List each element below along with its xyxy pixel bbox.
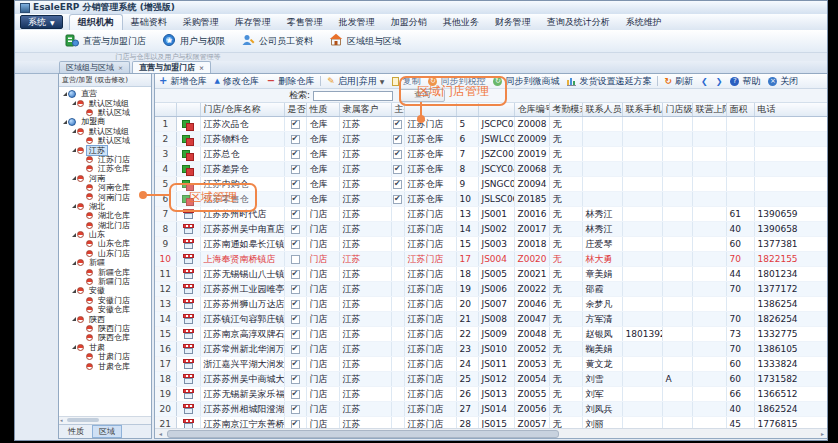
checkbox-checked[interactable] bbox=[393, 195, 402, 204]
column-header-性质[interactable]: 性质 bbox=[306, 103, 339, 117]
checkbox-checked[interactable] bbox=[291, 240, 300, 249]
toolbar-button-新增仓库[interactable]: +新增仓库 bbox=[155, 75, 210, 87]
doc-tab-直营与加盟门店[interactable]: 直营与加盟门店× bbox=[132, 61, 211, 73]
checkbox-checked[interactable] bbox=[393, 135, 402, 144]
tree-expand-icon[interactable] bbox=[70, 233, 77, 237]
column-header-电话[interactable]: 电话 bbox=[754, 103, 828, 117]
menu-tab-零售管理[interactable]: 零售管理 bbox=[279, 15, 331, 30]
system-menu-button[interactable]: 系统 ▼ bbox=[20, 15, 63, 29]
menu-tab-基础资料[interactable]: 基础资料 bbox=[123, 15, 175, 30]
tree-hscrollbar[interactable]: ◂ bbox=[59, 416, 151, 424]
toolbar-button-prev-icon[interactable]: ❮ bbox=[697, 75, 712, 87]
menu-tab-批发管理[interactable]: 批发管理 bbox=[331, 15, 383, 30]
column-header-仓库编号[interactable]: 仓库编号 bbox=[514, 103, 549, 117]
checkbox-unchecked[interactable] bbox=[291, 255, 300, 264]
toolbar-button-发货设置递延方案[interactable]: 发货设置递延方案 bbox=[563, 75, 655, 87]
menu-tab-财务管理[interactable]: 财务管理 bbox=[487, 15, 539, 30]
table-row[interactable]: 4江苏差异仓仓库江苏江苏仓库8JSCYC04Z0068无 bbox=[155, 162, 828, 177]
checkbox-checked[interactable] bbox=[291, 195, 300, 204]
table-row[interactable]: 16江苏常州新北华润万家店门店江苏江苏门店23JS010Z0052无鞠美娟701… bbox=[155, 342, 828, 357]
ribbon-button-用户与权限[interactable]: ★用户与权限 bbox=[162, 33, 225, 49]
toolbar-button-启用|弃用[interactable]: ✎启用|弃用▼ bbox=[323, 75, 388, 87]
tree-expand-icon[interactable] bbox=[70, 345, 77, 349]
checkbox-checked[interactable] bbox=[291, 180, 300, 189]
panel-tab-区域[interactable]: 区域 bbox=[92, 425, 122, 438]
checkbox-checked[interactable] bbox=[291, 120, 300, 129]
menu-tab-系统维护[interactable]: 系统维护 bbox=[618, 15, 670, 30]
tree-expand-icon[interactable] bbox=[70, 317, 77, 321]
checkbox-checked[interactable] bbox=[291, 165, 300, 174]
checkbox-checked[interactable] bbox=[393, 165, 402, 174]
close-icon[interactable]: × bbox=[118, 63, 123, 72]
checkbox-checked[interactable] bbox=[291, 270, 300, 279]
close-icon[interactable]: × bbox=[199, 63, 204, 72]
toolbar-button-帮助[interactable]: ?帮助 bbox=[726, 75, 764, 87]
scroll-right-icon[interactable]: ▸ bbox=[818, 429, 827, 437]
tree-expand-icon[interactable] bbox=[70, 176, 77, 180]
checkbox-checked[interactable] bbox=[291, 390, 300, 399]
tree-expand-icon[interactable] bbox=[70, 129, 77, 133]
scroll-left-icon[interactable]: ◂ bbox=[156, 429, 165, 437]
tree-expand-icon[interactable] bbox=[61, 120, 68, 124]
table-hscrollbar[interactable]: ◂ ▸ bbox=[155, 428, 828, 438]
toolbar-button-刷新[interactable]: ↻刷新 bbox=[660, 75, 697, 87]
checkbox-checked[interactable] bbox=[291, 300, 300, 309]
table-row[interactable]: 13江苏苏州狮山万达店门店江苏江苏门店20JS007Z0046无余梦凡13862… bbox=[155, 297, 828, 312]
tree-expand-icon[interactable] bbox=[70, 204, 77, 208]
toolbar-button-next-icon[interactable]: ❯ bbox=[712, 75, 727, 87]
column-header-col1[interactable] bbox=[176, 103, 200, 117]
table-row[interactable]: 21江苏南京江宁东善桥镇店门店江苏江苏门店28JS015Z0057无刘丽4517… bbox=[155, 417, 828, 429]
column-header-col0[interactable] bbox=[155, 103, 176, 117]
menu-tab-组织机构[interactable]: 组织机构 bbox=[69, 14, 123, 30]
menu-tab-加盟分销[interactable]: 加盟分销 bbox=[383, 15, 435, 30]
checkbox-checked[interactable] bbox=[291, 225, 300, 234]
doc-tab-区域组与区域[interactable]: 区域组与区域× bbox=[59, 61, 130, 73]
table-row[interactable]: 14江苏镇江句容郭庄镇店门店江苏江苏门店21JS008Z0047无方军清7018… bbox=[155, 312, 828, 327]
table-row[interactable]: 15江苏南京高淳双牌石店门店江苏江苏门店22JS009Z0048无赵银凤1801… bbox=[155, 327, 828, 342]
checkbox-checked[interactable] bbox=[291, 285, 300, 294]
column-header-隶属客户[interactable]: 隶属客户 bbox=[339, 103, 391, 117]
checkbox-checked[interactable] bbox=[291, 210, 300, 219]
table-row[interactable]: 2江苏物料仓仓库江苏江苏仓库6JSWLC03Z0009无 bbox=[155, 132, 828, 147]
checkbox-checked[interactable] bbox=[291, 360, 300, 369]
ribbon-button-公司员工资料[interactable]: 公司员工资料 bbox=[241, 33, 313, 49]
panel-tab-性质[interactable]: 性质 bbox=[61, 425, 91, 438]
toolbar-button-修改仓库[interactable]: ▲修改仓库 bbox=[210, 75, 262, 87]
table-row[interactable]: 19江苏无锡新吴家乐福店门店江苏江苏门店26JS013Z0055无刘军66136… bbox=[155, 387, 828, 402]
checkbox-checked[interactable] bbox=[291, 150, 300, 159]
column-header-考勤模式[interactable]: 考勤模式 bbox=[549, 103, 582, 117]
table-row[interactable]: 1江苏次品仓仓库江苏江苏门店5JSCPC02Z0008无 bbox=[155, 117, 828, 132]
tree-expand-icon[interactable] bbox=[70, 289, 77, 293]
tree-expand-icon[interactable] bbox=[70, 101, 77, 105]
checkbox-checked[interactable] bbox=[291, 135, 300, 144]
checkbox-checked[interactable] bbox=[393, 180, 402, 189]
column-header-门店级别[interactable]: 门店级别 bbox=[662, 103, 692, 117]
table-row[interactable]: 20江苏苏州相城阳澄湖镇店门店江苏江苏门店27JS014Z0056无刘凤兵401… bbox=[155, 402, 828, 417]
column-header-是否启用[interactable]: 是否启用 bbox=[284, 103, 306, 117]
column-header-联系人员[interactable]: 联系人员 bbox=[582, 103, 622, 117]
table-row[interactable]: 9江苏南通如皋长江镇店门店江苏江苏门店15JS003Z0018无庄爱琴60137… bbox=[155, 237, 828, 252]
table-row[interactable]: 11江苏无锡锡山八士镇店门店江苏江苏门店18JS005Z0021无章美娟4418… bbox=[155, 267, 828, 282]
table-row[interactable]: 18江苏苏州吴中商城大道店门店江苏江苏门店25JS012Z0054无刘雪A601… bbox=[155, 372, 828, 387]
tree-node-甘肃仓库[interactable]: 甘肃仓库 bbox=[59, 361, 151, 370]
menu-tab-采购管理[interactable]: 采购管理 bbox=[175, 15, 227, 30]
column-header-联系手机[interactable]: 联系手机 bbox=[622, 103, 662, 117]
column-header-联营上限[interactable]: 联营上限 bbox=[692, 103, 726, 117]
ribbon-button-直营与加盟门店[interactable]: 直营与加盟门店 bbox=[65, 33, 146, 49]
checkbox-checked[interactable] bbox=[291, 315, 300, 324]
tree-expand-icon[interactable] bbox=[70, 261, 77, 265]
tree-hscroll-thumb[interactable] bbox=[67, 418, 99, 422]
search-input[interactable] bbox=[313, 91, 393, 101]
menu-tab-库存管理[interactable]: 库存管理 bbox=[227, 15, 279, 30]
scroll-left-icon[interactable]: ◂ bbox=[60, 417, 63, 424]
checkbox-checked[interactable] bbox=[393, 150, 402, 159]
checkbox-checked[interactable] bbox=[393, 120, 402, 129]
checkbox-checked[interactable] bbox=[291, 345, 300, 354]
menu-tab-其他业务[interactable]: 其他业务 bbox=[435, 15, 487, 30]
table-hscroll-thumb[interactable] bbox=[167, 430, 559, 438]
toolbar-button-删除仓库[interactable]: −删除仓库 bbox=[263, 75, 318, 87]
checkbox-checked[interactable] bbox=[291, 330, 300, 339]
table-row[interactable]: 7江苏苏州时代店门店江苏江苏门店13JS001Z0016无林秀江61139065… bbox=[155, 207, 828, 222]
tree-expand-icon[interactable] bbox=[70, 148, 77, 152]
table-row[interactable]: 10上海奉贤南桥镇店门店江苏江苏门店17JS004Z0020无林大勇701822… bbox=[155, 252, 828, 267]
